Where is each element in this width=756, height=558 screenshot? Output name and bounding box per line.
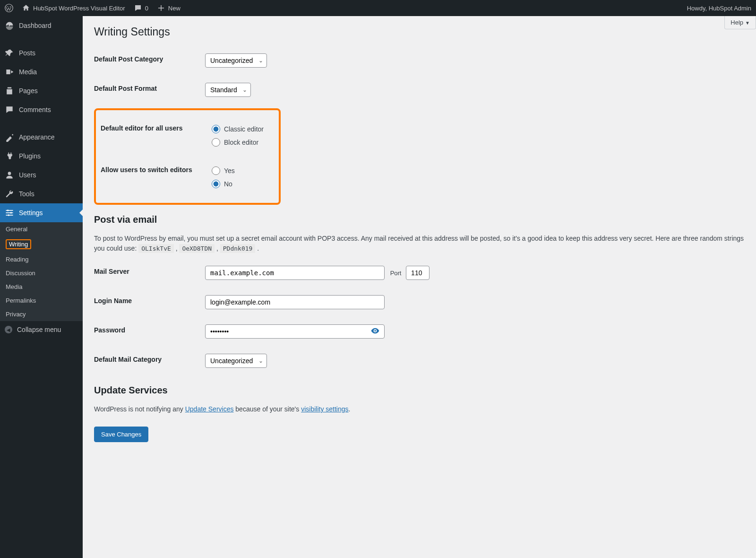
tools-icon [5,189,14,199]
pin-icon [5,48,14,58]
sidebar-item-dashboard[interactable]: Dashboard [0,16,83,35]
sidebar-item-users[interactable]: Users [0,166,83,184]
chevron-down-icon: ▼ [745,20,750,26]
email-blurb: To post to WordPress by email, you must … [94,229,745,258]
writing-settings-form: Default Post Category Uncategorized ⌄ De… [94,46,745,105]
default-mail-category-select[interactable]: Uncategorized [205,354,267,368]
svg-point-1 [8,172,11,175]
radio-label: No [224,180,232,188]
appearance-icon [5,132,14,142]
label-mail-server: Mail Server [94,258,205,288]
svg-point-8 [374,330,376,331]
radio-block-editor[interactable] [212,138,220,147]
settings-icon [5,208,14,218]
radio-switch-yes[interactable] [212,166,220,175]
home-link[interactable]: HubSpot WordPress Visual Editor [22,4,125,12]
page-title: Writing Settings [94,16,745,46]
visibility-settings-link[interactable]: visibility settings [301,405,348,413]
plus-icon [157,4,165,12]
sidebar-item-label: Comments [19,106,51,113]
admin-sidebar: Dashboard Posts Media Pages Comments App… [0,16,83,558]
radio-classic-editor[interactable] [212,125,220,133]
label-allow-switch: Allow users to switch editors [101,157,212,198]
sidebar-item-posts[interactable]: Posts [0,44,83,62]
new-link[interactable]: New [157,4,180,12]
new-label: New [168,5,180,12]
editor-settings-highlight: Default editor for all users Classic edi… [94,108,281,205]
pages-icon [5,86,14,96]
section-update-services: Update Services [94,375,745,400]
save-changes-button[interactable]: Save Changes [94,427,148,442]
label-password: Password [94,317,205,346]
label-default-format: Default Post Format [94,75,205,105]
update-services-blurb: WordPress is not notifying any Update Se… [94,400,745,419]
submenu-privacy[interactable]: Privacy [0,307,83,321]
sidebar-item-settings[interactable]: Settings [0,203,83,222]
wordpress-logo[interactable] [5,4,13,12]
sidebar-item-label: Users [19,171,36,179]
radio-label: Block editor [224,139,258,146]
svg-rect-3 [6,212,13,213]
comments-link[interactable]: 0 [134,4,148,12]
sidebar-item-media[interactable]: Media [0,62,83,81]
dashboard-icon [5,21,14,30]
submenu-discussion[interactable]: Discussion [0,266,83,280]
sidebar-item-label: Appearance [19,133,55,141]
submenu-media[interactable]: Media [0,280,83,294]
random-string: OLIskTvE [138,244,174,253]
eye-icon [370,326,380,336]
comments-count: 0 [145,5,148,12]
update-services-link[interactable]: Update Services [185,405,234,413]
help-tab[interactable]: Help▼ [724,16,756,29]
content-area: Help▼ Writing Settings Default Post Cate… [83,16,756,558]
admin-bar: HubSpot WordPress Visual Editor 0 New Ho… [0,0,756,16]
site-title: HubSpot WordPress Visual Editor [33,5,125,12]
sidebar-item-label: Settings [19,209,43,217]
sidebar-item-label: Pages [19,87,38,95]
label-default-editor: Default editor for all users [101,115,212,157]
radio-label: Yes [224,167,235,174]
label-default-category: Default Post Category [94,46,205,75]
svg-rect-2 [6,210,13,211]
sidebar-item-pages[interactable]: Pages [0,81,83,100]
settings-submenu: General Writing Reading Discussion Media… [0,222,83,321]
howdy-user[interactable]: Howdy, HubSpot Admin [687,5,751,12]
mail-server-input[interactable] [205,266,385,280]
default-category-select[interactable]: Uncategorized [205,53,267,68]
login-name-input[interactable] [205,295,385,309]
radio-switch-no[interactable] [212,180,220,188]
sidebar-item-comments[interactable]: Comments [0,100,83,119]
submenu-general[interactable]: General [0,222,83,236]
submenu-writing[interactable]: Writing [0,236,83,253]
show-password-button[interactable] [370,326,380,337]
svg-point-7 [8,214,9,216]
random-string: PDdnk019 [220,244,256,253]
sidebar-item-appearance[interactable]: Appearance [0,128,83,147]
label-port: Port [390,270,402,277]
sidebar-item-plugins[interactable]: Plugins [0,147,83,166]
section-post-via-email: Post via email [94,205,745,229]
collapse-icon: ◀ [5,326,12,333]
submenu-reading[interactable]: Reading [0,253,83,266]
sidebar-item-label: Media [19,68,37,76]
password-input[interactable] [205,324,385,339]
collapse-label: Collapse menu [17,326,61,333]
random-string: OeXD8TDN [179,244,215,253]
port-input[interactable] [406,266,430,280]
sidebar-item-label: Posts [19,49,35,57]
label-default-mail-category: Default Mail Category [94,346,205,375]
sidebar-item-label: Tools [19,190,34,198]
home-icon [22,4,30,12]
wordpress-icon [5,4,13,12]
users-icon [5,170,14,180]
collapse-menu[interactable]: ◀ Collapse menu [0,321,83,338]
comment-icon [5,105,14,114]
submenu-permalinks[interactable]: Permalinks [0,294,83,307]
default-format-select[interactable]: Standard [205,83,251,97]
radio-label: Classic editor [224,125,264,133]
sidebar-item-tools[interactable]: Tools [0,184,83,203]
svg-point-6 [10,212,12,213]
plugins-icon [5,151,14,161]
sidebar-item-label: Dashboard [19,22,52,29]
media-icon [5,67,14,77]
